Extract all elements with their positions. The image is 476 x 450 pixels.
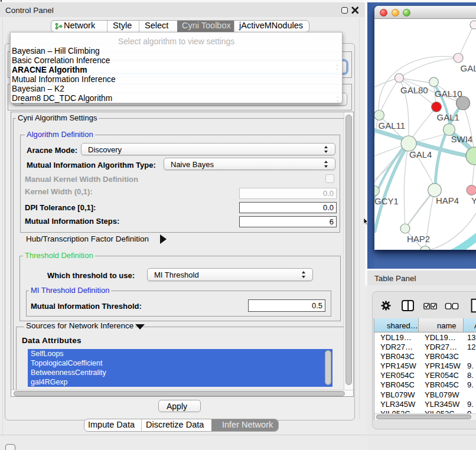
svg-text:GAL80: GAL80 — [400, 85, 428, 95]
svg-text:GAL10: GAL10 — [435, 89, 462, 99]
svg-text:SWI4: SWI4 — [451, 134, 473, 144]
svg-text:YEL: YEL — [471, 195, 476, 206]
svg-text:GAL1: GAL1 — [437, 112, 459, 122]
svg-text:HAP2: HAP2 — [407, 234, 430, 244]
svg-text:GAL4: GAL4 — [409, 149, 432, 159]
svg-text:HAP4: HAP4 — [436, 195, 459, 206]
svg-text:GCY1: GCY1 — [374, 196, 399, 206]
svg-text:GAL11: GAL11 — [379, 120, 406, 131]
svg-text:GAL2: GAL2 — [461, 63, 476, 73]
